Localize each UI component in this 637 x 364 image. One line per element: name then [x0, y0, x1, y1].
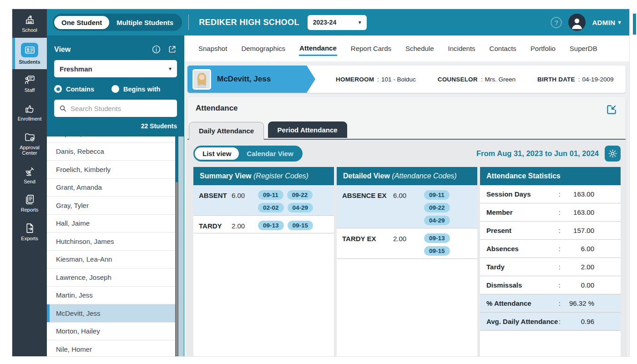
sidebar-item-label: Send: [24, 179, 35, 185]
statistic-label: Member: [486, 208, 559, 216]
avatar[interactable]: [568, 14, 586, 31]
date-chip[interactable]: 09-13: [258, 221, 284, 230]
attendance-title: Attendance: [196, 104, 238, 113]
student-search-panel: View Freshman ▾ Contains Begins with: [47, 35, 184, 356]
begins-with-radio[interactable]: Begins with: [111, 85, 160, 93]
statistic-colon: :: [559, 208, 561, 216]
attendance-code: TARDY: [199, 221, 232, 230]
attendance-row: ABSENT 6.00 09-1109-2202-0204-29: [193, 185, 334, 216]
attendance-card: Attendance Daily Attendance Period Atten…: [187, 97, 626, 356]
student-list-item[interactable]: Froelich, Kimberly: [47, 161, 175, 179]
date-chip[interactable]: 09-15: [424, 246, 450, 256]
sidebar-item-label: School: [22, 27, 37, 33]
view-dropdown-value: Freshman: [60, 65, 92, 73]
sidebar-item-label: Staff: [25, 87, 35, 93]
sidebar-item-school[interactable]: School: [12, 9, 47, 38]
list-calendar-toggle[interactable]: List view Calendar View: [193, 146, 303, 162]
statistic-row: Member : 163.00: [480, 203, 621, 222]
school-year-dropdown[interactable]: 2023-24 ▾: [308, 15, 367, 30]
student-list-item[interactable]: Nile, Homer: [47, 340, 175, 356]
date-chip[interactable]: 04-29: [288, 203, 313, 212]
birth-date-field: BIRTH DATE:04-19-2009: [537, 76, 614, 83]
search-input[interactable]: [71, 105, 172, 112]
student-name: Hall, Jaime: [56, 219, 90, 227]
tab-item[interactable]: Attendance: [299, 41, 337, 56]
student-name: Danis, Rebecca: [56, 147, 104, 155]
tab-item[interactable]: Snapshot: [198, 42, 228, 55]
date-chip[interactable]: 04-29: [424, 216, 450, 225]
sidebar-item-exports[interactable]: Exports: [12, 217, 47, 246]
student-list-item[interactable]: Grant, Amanda: [47, 179, 175, 197]
student-list-item[interactable]: McDevitt, Jess: [47, 304, 175, 323]
student-name: Kiesman, Lea-Ann: [56, 255, 112, 263]
popout-icon[interactable]: [167, 45, 177, 54]
contains-radio[interactable]: Contains: [54, 85, 94, 93]
date-chip[interactable]: 09-11: [258, 190, 283, 200]
tab-item[interactable]: Contacts: [489, 42, 517, 55]
student-mode-toggle[interactable]: One Student Multiple Students: [53, 14, 182, 31]
sidebar-item-label: Enrollment: [18, 116, 42, 122]
statistic-row: Tardy : 2.00: [480, 258, 621, 276]
date-chip[interactable]: 09-22: [424, 203, 450, 212]
statistic-value: 163.00: [564, 190, 594, 198]
statistic-colon: :: [559, 263, 561, 271]
sidebar-item-send[interactable]: Send: [12, 161, 47, 189]
sidebar-item-reports[interactable]: Reports: [12, 189, 47, 217]
date-chip[interactable]: 09-22: [287, 190, 313, 200]
calendar-view-option[interactable]: Calendar View: [239, 147, 301, 160]
date-chip[interactable]: 09-11: [424, 190, 450, 200]
statistic-colon: :: [559, 245, 561, 253]
admin-label: ADMIN: [592, 19, 615, 26]
student-list-item[interactable]: Hutchinson, James: [47, 233, 175, 251]
student-list-item[interactable]: Martin, Jess: [47, 287, 175, 305]
settings-button[interactable]: [605, 146, 621, 162]
scrollbar-track[interactable]: [178, 136, 184, 356]
student-list-item[interactable]: Morton, Hailey: [47, 323, 175, 341]
statistic-value: 163.00: [564, 208, 594, 216]
tab-period-attendance[interactable]: Period Attendance: [268, 121, 347, 138]
statistic-value: 96.32 %: [564, 299, 594, 307]
teacher-icon: [24, 74, 35, 86]
date-chip[interactable]: 02-02: [258, 203, 284, 212]
student-list-item[interactable]: Danis, Rebecca: [47, 143, 175, 161]
collapse-export-icon[interactable]: [606, 104, 617, 117]
tab-item[interactable]: Demographics: [241, 42, 286, 55]
view-dropdown[interactable]: Freshman ▾: [54, 60, 177, 77]
help-icon[interactable]: ?: [551, 17, 562, 28]
statistic-row: Dismissals : 0.00: [480, 276, 621, 294]
tab-item[interactable]: Incidents: [448, 42, 476, 55]
sidebar-item-enrollment[interactable]: Enrollment: [12, 98, 47, 126]
student-list-item[interactable]: Lawrence, Joseph: [47, 268, 175, 287]
sidebar-item-students[interactable]: Students: [12, 38, 47, 70]
student-list-item[interactable]: Gray, Tyler: [47, 197, 175, 215]
attendance-code: ABSENT: [199, 190, 232, 199]
one-student-option[interactable]: One Student: [54, 16, 109, 29]
sidebar-item-approval-center[interactable]: Approval Center: [12, 126, 47, 161]
multiple-students-option[interactable]: Multiple Students: [109, 16, 181, 29]
documents-icon: [24, 194, 35, 205]
sidebar-item-staff[interactable]: Staff: [12, 69, 47, 98]
student-name: Lawrence, Joseph: [56, 273, 111, 281]
date-range-label: From Aug 31, 2023 to Jun 01, 2024: [476, 149, 599, 158]
student-list-item[interactable]: Capano, Alison: [47, 136, 175, 143]
thumbs-up-icon: [24, 103, 35, 114]
student-list-item[interactable]: Kiesman, Lea-Ann: [47, 251, 175, 269]
scrollbar-thumb[interactable]: [176, 182, 178, 356]
tab-item[interactable]: Schedule: [405, 42, 435, 55]
student-photo: [192, 69, 211, 90]
chevron-down-icon: ▾: [359, 19, 361, 25]
info-icon[interactable]: [152, 45, 161, 54]
student-list: Capano, Alison Danis, Rebecca Froelich, …: [47, 136, 175, 356]
tab-item[interactable]: Report Cards: [350, 42, 392, 55]
statistic-value: 0.00: [564, 281, 594, 289]
tab-item[interactable]: Portfolio: [530, 42, 556, 55]
list-view-option[interactable]: List view: [195, 147, 239, 160]
student-banner: McDevitt, Jess: [187, 66, 307, 93]
statistic-value: 2.00: [564, 263, 594, 271]
student-list-item[interactable]: Hall, Jaime: [47, 215, 175, 233]
tab-item[interactable]: SuperDB: [569, 42, 598, 55]
date-chip[interactable]: 09-15: [288, 221, 313, 230]
date-chip[interactable]: 09-13: [424, 233, 450, 243]
tab-daily-attendance[interactable]: Daily Attendance: [189, 122, 264, 140]
admin-menu[interactable]: ADMIN ▾: [592, 19, 621, 26]
